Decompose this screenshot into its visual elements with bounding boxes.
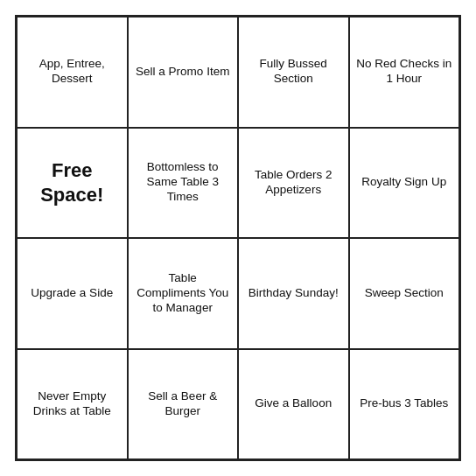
bingo-cell-r2c1: Table Compliments You to Manager	[128, 238, 239, 349]
bingo-cell-r2c0: Upgrade a Side	[17, 238, 128, 349]
bingo-cell-r0c0: App, Entree, Dessert	[17, 17, 128, 128]
bingo-cell-r1c1: Bottomless to Same Table 3 Times	[128, 128, 239, 239]
bingo-cell-r0c2: Fully Bussed Section	[238, 17, 349, 128]
bingo-cell-r1c0: Free Space!	[17, 128, 128, 239]
bingo-cell-r1c3: Royalty Sign Up	[349, 128, 460, 239]
bingo-cell-r0c1: Sell a Promo Item	[128, 17, 239, 128]
bingo-cell-r3c1: Sell a Beer & Burger	[128, 349, 239, 460]
bingo-cell-r3c3: Pre-bus 3 Tables	[349, 349, 460, 460]
bingo-cell-r3c0: Never Empty Drinks at Table	[17, 349, 128, 460]
bingo-cell-r2c2: Birthday Sunday!	[238, 238, 349, 349]
bingo-card: App, Entree, DessertSell a Promo ItemFul…	[15, 15, 461, 461]
bingo-cell-r2c3: Sweep Section	[349, 238, 460, 349]
bingo-cell-r1c2: Table Orders 2 Appetizers	[238, 128, 349, 239]
bingo-cell-r0c3: No Red Checks in 1 Hour	[349, 17, 460, 128]
bingo-cell-r3c2: Give a Balloon	[238, 349, 349, 460]
